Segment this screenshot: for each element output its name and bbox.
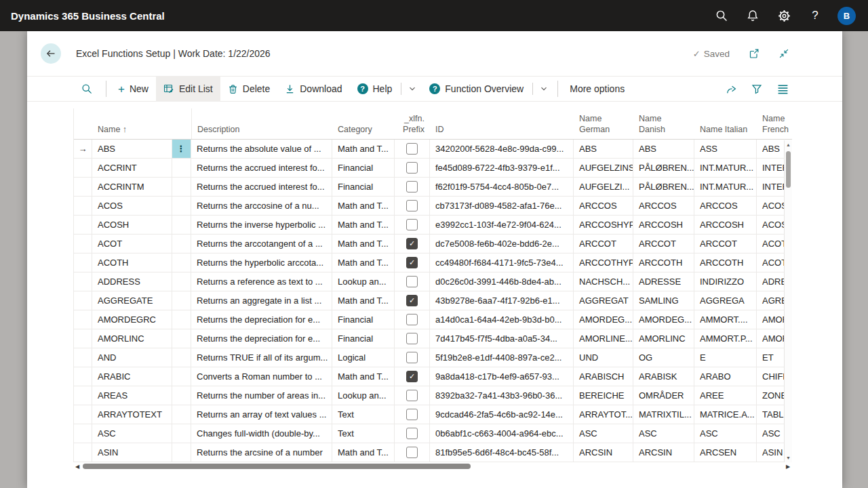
cell-name-german[interactable]: ARCCOTHYP (574, 253, 633, 272)
cell-name-german[interactable]: ARCSIN (574, 443, 633, 462)
cell-id[interactable]: 5f19b2e8-e1df-4408-897a-ce2... (430, 348, 574, 367)
row-selector-cell[interactable] (74, 348, 92, 367)
cell-name-danish[interactable]: PÅLØBREN... (633, 178, 694, 196)
app-title[interactable]: Dynamics 365 Business Central (0, 10, 165, 22)
edit-list-button[interactable]: Edit List (156, 76, 220, 102)
cell-category[interactable]: Lookup an... (332, 386, 395, 405)
header-name-french[interactable]: NameFrench (757, 108, 793, 139)
cell-name-italian[interactable]: ASS (694, 140, 757, 158)
cell-description[interactable]: Returns the depreciation for e... (191, 310, 332, 329)
prefix-checkbox[interactable]: ✓ (406, 371, 418, 382)
help-dropdown-chevron-icon[interactable] (403, 76, 422, 102)
list-view-icon[interactable] (773, 79, 792, 98)
row-selector-cell[interactable] (74, 424, 92, 443)
new-button[interactable]: + New (111, 76, 156, 102)
row-selector-cell[interactable] (74, 310, 92, 329)
cell-id[interactable]: 0b6abf1c-c663-4004-a964-ebc... (430, 424, 574, 443)
cell-name[interactable]: AND (92, 348, 172, 367)
header-name-german[interactable]: NameGerman (574, 108, 633, 139)
cell-ellipsis[interactable] (172, 443, 191, 462)
cell-name[interactable]: ACOSH (92, 216, 172, 234)
cell-description[interactable]: Returns the depreciation for e... (191, 329, 332, 348)
filter-icon[interactable] (747, 79, 766, 98)
cell-name-italian[interactable]: E (694, 348, 757, 367)
cell-name-german[interactable]: ABS (574, 140, 633, 158)
cell-name-danish[interactable]: MATRIXTIL... (633, 405, 694, 424)
help-icon[interactable]: ? (800, 0, 831, 31)
cell-description[interactable]: Converts a Roman number to ... (191, 367, 332, 386)
cell-name-italian[interactable]: AREE (694, 386, 757, 405)
cell-name-danish[interactable]: SAMLING (633, 291, 694, 310)
cell-id[interactable]: fe45d089-6722-4fb3-9379-e1f... (430, 159, 574, 177)
cell-name-danish[interactable]: AMORDEG... (633, 310, 694, 329)
cell-category[interactable]: Math and T... (332, 367, 395, 386)
header-name-italian[interactable]: Name Italian (694, 108, 757, 139)
row-selector-cell[interactable] (74, 386, 92, 405)
cell-description[interactable]: Returns the arccotangent of a ... (191, 235, 332, 253)
cell-name-danish[interactable]: ARCCOS (633, 197, 694, 215)
cell-id[interactable]: dc7e5008-fe6b-402e-bdd6-2e... (430, 235, 574, 253)
cell-ellipsis[interactable] (172, 159, 191, 177)
cell-name[interactable]: ACCRINT (92, 159, 172, 177)
avatar[interactable]: B (837, 7, 856, 25)
settings-gear-icon[interactable] (768, 0, 800, 31)
cell-name[interactable]: AMORLINC (92, 329, 172, 348)
cell-id[interactable]: f62f01f9-5754-4cc4-805b-0e7... (430, 178, 574, 196)
cell-name-italian[interactable]: ARCCOT (694, 235, 757, 253)
cell-name[interactable]: AMORDEGRC (92, 310, 172, 329)
cell-name-german[interactable]: ARCCOT (574, 235, 633, 253)
prefix-checkbox[interactable] (406, 200, 418, 211)
cell-category[interactable]: Math and T... (332, 443, 395, 462)
cell-name-italian[interactable]: AMMORT.... (694, 310, 757, 329)
download-button[interactable]: Download (277, 76, 349, 102)
search-icon[interactable] (706, 0, 737, 31)
cell-description[interactable]: Returns TRUE if all of its argum... (191, 348, 332, 367)
cell-description[interactable]: Returns the hyperbolic arccota... (191, 253, 332, 272)
cell-ellipsis[interactable] (172, 253, 191, 272)
cell-id[interactable]: cb73173f-d089-4582-afa1-76e... (430, 197, 574, 215)
prefix-checkbox[interactable] (406, 143, 418, 155)
prefix-checkbox[interactable] (406, 314, 418, 325)
popout-icon[interactable] (749, 48, 760, 59)
cell-name-danish[interactable]: ARABISK (633, 367, 694, 386)
cell-name-german[interactable]: AGGREGAT (574, 291, 633, 310)
cell-name-german[interactable]: ARCCOSHYP (574, 216, 633, 234)
cell-name-danish[interactable]: ABS (633, 140, 694, 158)
cell-category[interactable]: Math and T... (332, 197, 395, 215)
row-selector-cell[interactable]: → (74, 140, 92, 158)
prefix-checkbox[interactable] (406, 447, 418, 458)
cell-name[interactable]: ARRAYTOTEXT (92, 405, 172, 424)
cell-name-danish[interactable]: ARCCOSH (633, 216, 694, 234)
cell-description[interactable]: Returns an aggregate in a list ... (191, 291, 332, 310)
row-selector-cell[interactable] (74, 367, 92, 386)
collapse-icon[interactable] (778, 48, 789, 59)
header-name[interactable]: Name ↑ (92, 108, 172, 139)
cell-name-italian[interactable]: INT.MATUR... (694, 178, 757, 196)
cell-name-italian[interactable]: ARABO (694, 367, 757, 386)
cell-name-italian[interactable]: AMMORT.P... (694, 329, 757, 348)
cell-name-italian[interactable]: MATRICE.A... (694, 405, 757, 424)
cell-name-italian[interactable]: ASC (694, 424, 757, 443)
cell-name[interactable]: ACOTH (92, 253, 172, 272)
header-id[interactable]: ID (430, 108, 574, 139)
cell-description[interactable]: Returns the arcsine of a number (191, 443, 332, 462)
row-selector-cell[interactable] (74, 291, 92, 310)
prefix-checkbox[interactable]: ✓ (406, 295, 418, 306)
cell-category[interactable]: Math and T... (332, 291, 395, 310)
cell-id[interactable]: a14d0ca1-64a4-42eb-9b3d-b0... (430, 310, 574, 329)
cell-ellipsis[interactable] (172, 424, 191, 443)
horizontal-scrollbar-thumb[interactable] (83, 464, 471, 469)
function-overview-dropdown-chevron-icon[interactable] (534, 76, 553, 102)
cell-ellipsis[interactable] (172, 329, 191, 348)
row-selector-cell[interactable] (74, 405, 92, 424)
cell-ellipsis[interactable] (172, 178, 191, 196)
cell-name[interactable]: ABS (92, 140, 172, 158)
cell-description[interactable]: Returns the arccosine of a nu... (191, 197, 332, 215)
cell-name[interactable]: ASIN (92, 443, 172, 462)
cell-category[interactable]: Financial (332, 178, 395, 196)
scroll-down-arrow-icon[interactable]: ▼ (785, 453, 792, 463)
row-selector-cell[interactable] (74, 329, 92, 348)
header-category[interactable]: Category (332, 108, 395, 139)
cell-name-german[interactable]: ASC (574, 424, 633, 443)
cell-category[interactable]: Math and T... (332, 235, 395, 253)
